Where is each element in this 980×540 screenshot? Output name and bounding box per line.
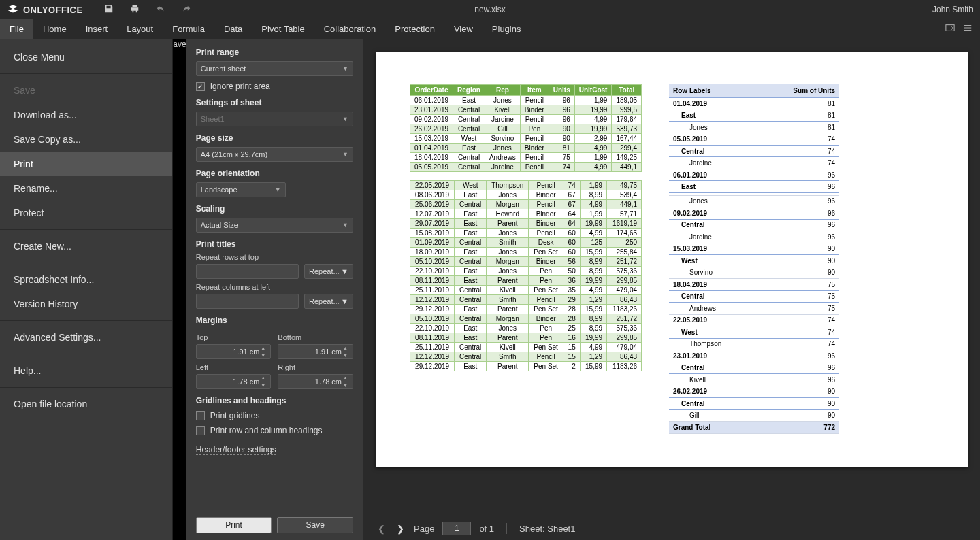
- repeat-rows-input[interactable]: [196, 264, 299, 279]
- next-page-button[interactable]: ❯: [395, 523, 406, 534]
- file-menu-savecopy[interactable]: Save Copy as...: [0, 127, 172, 152]
- page-size-label: Page size: [196, 133, 353, 143]
- menu-tab-pivot-table[interactable]: Pivot Table: [252, 19, 314, 39]
- menu-tab-collaboration[interactable]: Collaboration: [314, 19, 386, 39]
- preview-table-1: OrderDateRegionRepItemUnitsUnitCostTotal…: [410, 84, 642, 172]
- current-user[interactable]: John Smith: [932, 5, 973, 14]
- print-range-select[interactable]: Current sheet▼: [196, 61, 353, 76]
- print-preview: OrderDateRegionRepItemUnitsUnitCostTotal…: [363, 39, 980, 540]
- hamburger-icon[interactable]: [962, 23, 973, 35]
- file-menu-help[interactable]: Help...: [0, 358, 172, 383]
- menu-tab-file[interactable]: File: [0, 19, 33, 39]
- menu-tab-protection[interactable]: Protection: [385, 19, 444, 39]
- menu-tab-formula[interactable]: Formula: [163, 19, 214, 39]
- print-settings-panel: Print range Current sheet▼ ✓Ignore print…: [186, 39, 363, 540]
- file-menu-save: Save: [0, 78, 172, 103]
- margin-left-label: Left: [196, 363, 272, 371]
- print-button[interactable]: Print: [196, 517, 272, 533]
- margin-bottom-label: Bottom: [278, 333, 353, 341]
- preview-page: OrderDateRegionRepItemUnitsUnitCostTotal…: [376, 52, 968, 467]
- settings-of-sheet-select: Sheet1▼: [196, 112, 353, 126]
- menu-tab-view[interactable]: View: [444, 19, 483, 39]
- scaling-label: Scaling: [196, 204, 353, 214]
- margins-label: Margins: [196, 316, 353, 325]
- margin-right-label: Right: [278, 363, 353, 371]
- gridlines-label: Gridlines and headings: [196, 396, 353, 405]
- margin-top-label: Top: [196, 333, 272, 341]
- redo-icon[interactable]: [181, 4, 192, 16]
- file-menu-close[interactable]: Close Menu: [0, 45, 172, 69]
- file-menu-history[interactable]: Version History: [0, 292, 172, 316]
- menu-tab-plugins[interactable]: Plugins: [483, 19, 531, 39]
- margin-bottom-input[interactable]: 1.91 cm▲▼: [278, 344, 353, 359]
- print-icon[interactable]: [129, 4, 140, 16]
- repeat-cols-button[interactable]: Repeat...▼: [304, 294, 353, 309]
- repeat-cols-label: Repeat columns at left: [196, 283, 353, 291]
- open-location-icon[interactable]: [945, 23, 956, 35]
- margin-left-input[interactable]: 1.78 cm▲▼: [196, 374, 272, 389]
- undo-icon[interactable]: [155, 4, 166, 16]
- page-orientation-label: Page orientation: [196, 169, 353, 178]
- file-menu-print[interactable]: Print: [0, 152, 172, 176]
- page-label: Page: [414, 524, 434, 534]
- file-menu-protect[interactable]: Protect: [0, 201, 172, 225]
- settings-of-sheet-label: Settings of sheet: [196, 98, 353, 107]
- page-orientation-select[interactable]: Landscape▼: [196, 182, 286, 197]
- print-headings-check[interactable]: Print row and column headings: [196, 426, 353, 435]
- preview-pager: ❮ ❯ Page of 1 Sheet: Sheet1: [363, 517, 980, 540]
- file-menu-rename[interactable]: Rename...: [0, 176, 172, 201]
- prev-page-button[interactable]: ❮: [376, 523, 387, 534]
- file-side-menu: Close MenuSaveDownload as...Save Copy as…: [0, 39, 173, 540]
- print-gridlines-check[interactable]: Print gridlines: [196, 411, 353, 420]
- title-bar: ONLYOFFICE new.xlsx John Smith: [0, 0, 980, 19]
- print-titles-label: Print titles: [196, 239, 353, 249]
- page-number-input[interactable]: [442, 522, 471, 535]
- margin-right-input[interactable]: 1.78 cm▲▼: [278, 374, 353, 389]
- repeat-cols-input[interactable]: [196, 294, 299, 309]
- save-button[interactable]: Save: [277, 517, 353, 533]
- scaling-select[interactable]: Actual Size▼: [196, 218, 353, 233]
- menu-tab-home[interactable]: Home: [33, 19, 76, 39]
- preview-table-2: 22.05.2019WestThompsonPencil741,9949,750…: [410, 180, 642, 371]
- document-title: new.xlsx: [474, 5, 505, 14]
- file-menu-download[interactable]: Download as...: [0, 103, 172, 127]
- menu-tab-data[interactable]: Data: [214, 19, 252, 39]
- menu-tab-insert[interactable]: Insert: [76, 19, 118, 39]
- app-logo: ONLYOFFICE: [7, 3, 83, 16]
- onlyoffice-icon: [7, 3, 19, 16]
- repeat-rows-label: Repeat rows at top: [196, 253, 353, 261]
- page-total: of 1: [479, 524, 494, 534]
- preview-pivot-table: Row LabelsSum of Units01.04.201981East81…: [669, 84, 839, 434]
- file-menu-openloc[interactable]: Open file location: [0, 392, 172, 416]
- sheet-indicator: Sheet: Sheet1: [519, 524, 575, 534]
- page-size-select[interactable]: A4 (21cm x 29.7cm)▼: [196, 147, 353, 162]
- repeat-rows-button[interactable]: Repeat...▼: [304, 264, 353, 279]
- header-footer-link[interactable]: Header/footer settings: [196, 445, 276, 455]
- margin-top-input[interactable]: 1.91 cm▲▼: [196, 344, 272, 359]
- menu-tab-layout[interactable]: Layout: [117, 19, 163, 39]
- file-menu-info[interactable]: Spreadsheet Info...: [0, 267, 172, 292]
- file-menu-createnew[interactable]: Create New...: [0, 234, 172, 258]
- print-range-label: Print range: [196, 48, 353, 57]
- main-menu: FileHomeInsertLayoutFormulaDataPivot Tab…: [0, 19, 980, 39]
- save-icon[interactable]: [103, 4, 114, 16]
- ignore-print-area-check[interactable]: ✓Ignore print area: [196, 82, 353, 91]
- file-menu-advanced[interactable]: Advanced Settings...: [0, 325, 172, 350]
